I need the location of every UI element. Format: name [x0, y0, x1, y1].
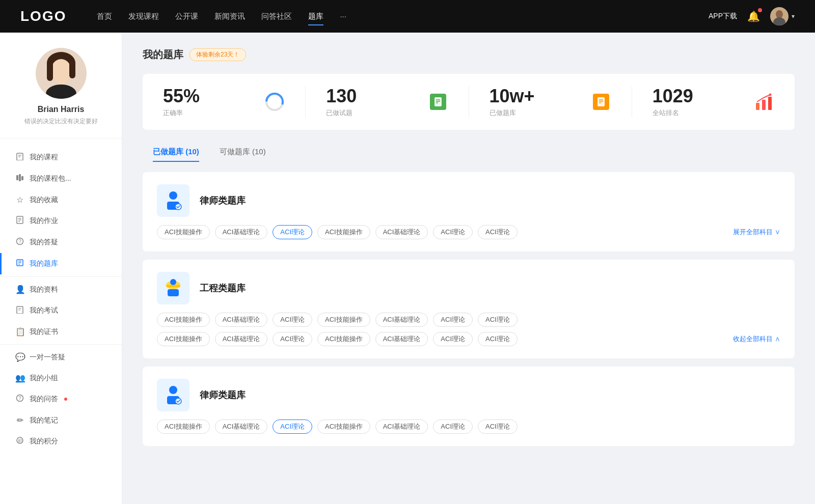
sidebar-label-group: 我的小组: [30, 374, 58, 383]
group-icon: 👥: [15, 373, 24, 383]
tag-1-6[interactable]: ACI理论: [433, 225, 473, 239]
coursepack-icon: [15, 174, 24, 184]
nav-opencourse[interactable]: 公开课: [175, 10, 198, 23]
svg-rect-51: [166, 285, 180, 287]
page-layout: Brian Harris 错误的决定比没有决定要好 我的课程 我的课程包... …: [0, 33, 815, 504]
chat-icon: 💬: [15, 352, 24, 362]
points-icon: 积: [15, 436, 24, 446]
sidebar-item-1on1[interactable]: 💬 一对一答疑: [0, 347, 122, 368]
sidebar-item-questionbank[interactable]: 我的题库: [0, 253, 122, 274]
stat-accuracy-value: 55%: [163, 86, 258, 106]
tag-1-2[interactable]: ACI基础理论: [215, 225, 268, 239]
tag-2-1-4[interactable]: ACI技能操作: [317, 313, 370, 327]
tag-2-2-7[interactable]: ACI理论: [478, 332, 518, 346]
sidebar-item-points[interactable]: 积 我的积分: [0, 431, 122, 452]
sidebar-item-myqa[interactable]: ? 我的问答: [0, 388, 122, 410]
svg-point-5: [51, 59, 71, 82]
bank-card-engineer: 工程类题库 ACI技能操作 ACI基础理论 ACI理论 ACI技能操作 ACI基…: [143, 260, 795, 358]
tag-2-1-3[interactable]: ACI理论: [273, 313, 312, 327]
tag-2-1-2[interactable]: ACI基础理论: [215, 313, 268, 327]
bank-1-expand[interactable]: 展开全部科目 ∨: [733, 228, 780, 237]
myqa-icon: ?: [15, 394, 24, 404]
tag-3-1[interactable]: ACI技能操作: [157, 419, 210, 434]
tag-2-1-6[interactable]: ACI理论: [433, 313, 473, 327]
tag-2-2-1[interactable]: ACI技能操作: [157, 332, 210, 346]
tag-2-1-1[interactable]: ACI技能操作: [157, 313, 210, 327]
tab-available-banks[interactable]: 可做题库 (10): [209, 142, 276, 162]
stat-accuracy: 55% 正确率: [143, 86, 306, 118]
cert-icon: 📋: [15, 327, 24, 337]
tag-3-6[interactable]: ACI理论: [433, 419, 473, 434]
doc-orange-icon: [593, 94, 609, 110]
user-avatar-menu[interactable]: ▾: [770, 7, 795, 25]
bank-card-2-header: 工程类题库: [157, 272, 780, 304]
sidebar-item-coursepack[interactable]: 我的课程包...: [0, 168, 122, 189]
bank-card-lawyer-1: 律师类题库 ACI技能操作 ACI基础理论 ACI理论 ACI技能操作 ACI基…: [143, 172, 795, 251]
tag-2-1-5[interactable]: ACI基础理论: [375, 313, 428, 327]
nav-home[interactable]: 首页: [97, 10, 112, 23]
bank-2-collapse[interactable]: 收起全部科目 ∧: [733, 334, 780, 344]
tag-2-1-7[interactable]: ACI理论: [478, 313, 518, 327]
sidebar-item-group[interactable]: 👥 我的小组: [0, 368, 122, 388]
page-title: 我的题库: [143, 48, 183, 62]
top-navigation: LOGO 首页 发现课程 公开课 新闻资讯 问答社区 题库 ··· APP下载 …: [0, 0, 815, 33]
tag-1-3[interactable]: ACI理论: [273, 225, 312, 239]
nav-questionbank[interactable]: 题库: [308, 10, 323, 23]
tag-2-2-2[interactable]: ACI基础理论: [215, 332, 268, 346]
svg-text:积: 积: [18, 438, 22, 443]
tag-1-5[interactable]: ACI基础理论: [375, 225, 428, 239]
svg-rect-45: [768, 97, 772, 110]
profile-icon: 👤: [15, 285, 24, 294]
tag-2-2-6[interactable]: ACI理论: [433, 332, 473, 346]
stat-banks-value: 10w+: [490, 86, 585, 106]
sidebar-item-course[interactable]: 我的课程: [0, 147, 122, 168]
sidebar-item-certificate[interactable]: 📋 我的证书: [0, 321, 122, 342]
sidebar-label-course: 我的课程: [30, 153, 58, 162]
tag-3-3[interactable]: ACI理论: [273, 419, 312, 434]
tab-done-banks[interactable]: 已做题库 (10): [143, 142, 209, 162]
nav-more[interactable]: ···: [340, 10, 346, 23]
tag-2-2-5[interactable]: ACI基础理论: [375, 332, 428, 346]
tag-3-4[interactable]: ACI技能操作: [317, 419, 370, 434]
sidebar-label-favorites: 我的收藏: [30, 195, 58, 205]
sidebar-item-profile[interactable]: 👤 我的资料: [0, 279, 122, 300]
sidebar-label-points: 我的积分: [30, 437, 58, 446]
sidebar-label-exam: 我的考试: [30, 306, 58, 315]
done-banks-icon: [591, 92, 611, 112]
sidebar-item-notes[interactable]: ✏ 我的笔记: [0, 410, 122, 431]
nav-news[interactable]: 新闻资讯: [214, 10, 245, 23]
logo[interactable]: LOGO: [20, 8, 66, 24]
sidebar-item-exam[interactable]: 我的考试: [0, 300, 122, 321]
sidebar-item-favorites[interactable]: ☆ 我的收藏: [0, 189, 122, 210]
svg-rect-44: [762, 100, 766, 110]
qa-icon: ?: [15, 237, 24, 247]
tag-3-2[interactable]: ACI基础理论: [215, 419, 268, 434]
tag-1-1[interactable]: ACI技能操作: [157, 225, 210, 239]
nav-right: APP下载 🔔 ▾: [709, 7, 795, 25]
bank-card-1-header: 律师类题库: [157, 184, 780, 217]
app-download-button[interactable]: APP下载: [709, 12, 737, 21]
svg-rect-53: [168, 289, 179, 296]
sidebar-item-homework[interactable]: 我的作业: [0, 210, 122, 232]
tag-1-7[interactable]: ACI理论: [478, 225, 518, 239]
tag-2-2-3[interactable]: ACI理论: [273, 332, 312, 346]
bank-card-1-tags: ACI技能操作 ACI基础理论 ACI理论 ACI技能操作 ACI基础理论 AC…: [157, 225, 780, 239]
sidebar-item-qa-mine[interactable]: ? 我的答疑: [0, 232, 122, 253]
svg-rect-7: [69, 61, 75, 78]
bank-card-2-tags-row1: ACI技能操作 ACI基础理论 ACI理论 ACI技能操作 ACI基础理论 AC…: [157, 313, 780, 327]
nav-qa[interactable]: 问答社区: [261, 10, 292, 23]
tag-1-4[interactable]: ACI技能操作: [317, 225, 370, 239]
bank-card-2-title: 工程类题库: [200, 282, 246, 294]
stat-rank-value: 1029: [653, 86, 748, 106]
nav-discover[interactable]: 发现课程: [128, 10, 159, 23]
tag-3-7[interactable]: ACI理论: [478, 419, 518, 434]
sidebar-label-qa: 我的答疑: [30, 238, 58, 247]
stat-rank-label: 全站排名: [653, 108, 748, 118]
svg-rect-6: [47, 61, 53, 81]
bank-card-3-tags: ACI技能操作 ACI基础理论 ACI理论 ACI技能操作 ACI基础理论 AC…: [157, 419, 780, 434]
sidebar: Brian Harris 错误的决定比没有决定要好 我的课程 我的课程包... …: [0, 33, 122, 504]
tag-2-2-4[interactable]: ACI技能操作: [317, 332, 370, 346]
svg-rect-35: [434, 97, 442, 106]
tag-3-5[interactable]: ACI基础理论: [375, 419, 428, 434]
notification-bell[interactable]: 🔔: [747, 10, 760, 22]
